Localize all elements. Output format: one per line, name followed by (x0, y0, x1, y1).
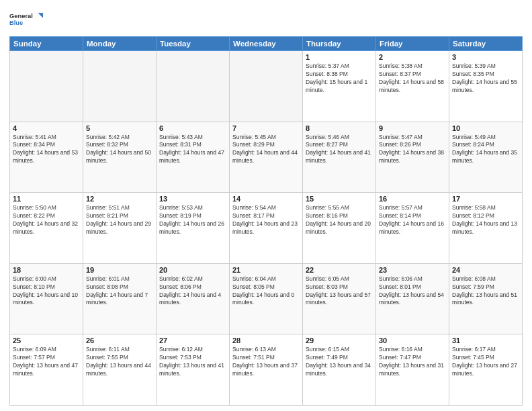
day-cell-18: 18 Sunrise: 6:00 AM Sunset: 8:10 PM Dayl… (10, 263, 83, 334)
day-info: Sunrise: 6:01 AM Sunset: 8:08 PM Dayligh… (86, 275, 153, 308)
page: General Blue SundayMondayTuesdayWednesda… (0, 0, 532, 411)
day-number: 10 (452, 124, 519, 132)
day-cell-4: 4 Sunrise: 5:41 AM Sunset: 8:34 PM Dayli… (10, 122, 83, 193)
day-info: Sunrise: 5:37 AM Sunset: 8:38 PM Dayligh… (306, 62, 373, 95)
day-cell-empty-0-3 (230, 51, 303, 122)
day-info: Sunrise: 6:09 AM Sunset: 7:57 PM Dayligh… (13, 346, 80, 378)
day-number: 14 (232, 195, 300, 203)
day-info: Sunrise: 5:45 AM Sunset: 8:29 PM Dayligh… (232, 134, 300, 166)
day-info: Sunrise: 5:53 AM Sunset: 8:19 PM Dayligh… (159, 204, 226, 236)
day-info: Sunrise: 6:05 AM Sunset: 8:03 PM Dayligh… (306, 275, 373, 308)
day-info: Sunrise: 6:02 AM Sunset: 8:06 PM Dayligh… (159, 275, 226, 308)
day-info: Sunrise: 6:00 AM Sunset: 8:10 PM Dayligh… (13, 275, 80, 308)
header: General Blue (9, 7, 523, 31)
day-info: Sunrise: 5:55 AM Sunset: 8:16 PM Dayligh… (306, 204, 373, 236)
day-number: 1 (306, 53, 373, 61)
day-cell-13: 13 Sunrise: 5:53 AM Sunset: 8:19 PM Dayl… (157, 193, 230, 264)
day-number: 16 (379, 195, 446, 203)
day-cell-6: 6 Sunrise: 5:43 AM Sunset: 8:31 PM Dayli… (157, 122, 230, 193)
day-number: 30 (379, 336, 446, 345)
day-number: 15 (306, 195, 373, 203)
day-number: 3 (452, 53, 519, 61)
day-info: Sunrise: 6:04 AM Sunset: 8:05 PM Dayligh… (232, 275, 300, 308)
day-number: 11 (13, 195, 80, 203)
day-number: 9 (379, 124, 446, 132)
day-number: 23 (379, 266, 446, 274)
day-cell-19: 19 Sunrise: 6:01 AM Sunset: 8:08 PM Dayl… (83, 263, 157, 334)
day-cell-7: 7 Sunrise: 5:45 AM Sunset: 8:29 PM Dayli… (230, 122, 303, 193)
calendar-table: SundayMondayTuesdayWednesdayThursdayFrid… (9, 36, 523, 406)
svg-text:Blue: Blue (9, 19, 23, 26)
day-number: 18 (13, 266, 80, 274)
day-number: 20 (159, 266, 226, 274)
day-info: Sunrise: 5:51 AM Sunset: 8:21 PM Dayligh… (86, 204, 153, 236)
col-header-sunday: Sunday (10, 37, 83, 51)
day-number: 25 (13, 336, 80, 345)
day-cell-27: 27 Sunrise: 6:12 AM Sunset: 7:53 PM Dayl… (157, 334, 230, 406)
day-number: 7 (232, 124, 300, 132)
day-number: 31 (452, 336, 519, 345)
svg-marker-2 (38, 13, 44, 18)
day-cell-22: 22 Sunrise: 6:05 AM Sunset: 8:03 PM Dayl… (303, 263, 376, 334)
day-number: 2 (379, 53, 446, 61)
day-cell-28: 28 Sunrise: 6:13 AM Sunset: 7:51 PM Dayl… (230, 334, 303, 406)
day-info: Sunrise: 5:39 AM Sunset: 8:35 PM Dayligh… (452, 62, 519, 95)
day-cell-26: 26 Sunrise: 6:11 AM Sunset: 7:55 PM Dayl… (83, 334, 157, 406)
col-header-wednesday: Wednesday (230, 37, 303, 51)
day-cell-8: 8 Sunrise: 5:46 AM Sunset: 8:27 PM Dayli… (303, 122, 376, 193)
col-header-monday: Monday (83, 37, 157, 51)
day-cell-20: 20 Sunrise: 6:02 AM Sunset: 8:06 PM Dayl… (157, 263, 230, 334)
day-info: Sunrise: 5:50 AM Sunset: 8:22 PM Dayligh… (13, 204, 80, 236)
day-number: 5 (86, 124, 153, 132)
day-number: 8 (306, 124, 373, 132)
day-number: 28 (232, 336, 300, 345)
day-number: 17 (452, 195, 519, 203)
day-cell-1: 1 Sunrise: 5:37 AM Sunset: 8:38 PM Dayli… (303, 51, 376, 122)
week-row-2: 4 Sunrise: 5:41 AM Sunset: 8:34 PM Dayli… (10, 122, 523, 193)
day-number: 26 (86, 336, 153, 345)
day-cell-23: 23 Sunrise: 6:06 AM Sunset: 8:01 PM Dayl… (376, 263, 449, 334)
day-info: Sunrise: 5:57 AM Sunset: 8:14 PM Dayligh… (379, 204, 446, 236)
day-info: Sunrise: 6:06 AM Sunset: 8:01 PM Dayligh… (379, 275, 446, 308)
day-cell-5: 5 Sunrise: 5:42 AM Sunset: 8:32 PM Dayli… (83, 122, 157, 193)
day-info: Sunrise: 6:16 AM Sunset: 7:47 PM Dayligh… (379, 346, 446, 378)
day-number: 27 (159, 336, 226, 345)
day-number: 6 (159, 124, 226, 132)
day-cell-2: 2 Sunrise: 5:38 AM Sunset: 8:37 PM Dayli… (376, 51, 449, 122)
col-header-thursday: Thursday (303, 37, 376, 51)
day-cell-30: 30 Sunrise: 6:16 AM Sunset: 7:47 PM Dayl… (376, 334, 449, 406)
day-cell-15: 15 Sunrise: 5:55 AM Sunset: 8:16 PM Dayl… (303, 193, 376, 264)
day-cell-17: 17 Sunrise: 5:58 AM Sunset: 8:12 PM Dayl… (449, 193, 523, 264)
col-header-friday: Friday (376, 37, 449, 51)
day-info: Sunrise: 6:12 AM Sunset: 7:53 PM Dayligh… (159, 346, 226, 378)
logo-svg: General Blue (9, 7, 43, 31)
day-info: Sunrise: 6:15 AM Sunset: 7:49 PM Dayligh… (306, 346, 373, 378)
week-row-5: 25 Sunrise: 6:09 AM Sunset: 7:57 PM Dayl… (10, 334, 523, 406)
day-info: Sunrise: 5:46 AM Sunset: 8:27 PM Dayligh… (306, 134, 373, 166)
day-cell-empty-0-2 (157, 51, 230, 122)
day-cell-31: 31 Sunrise: 6:17 AM Sunset: 7:45 PM Dayl… (449, 334, 523, 406)
day-info: Sunrise: 5:58 AM Sunset: 8:12 PM Dayligh… (452, 204, 519, 236)
day-cell-29: 29 Sunrise: 6:15 AM Sunset: 7:49 PM Dayl… (303, 334, 376, 406)
day-info: Sunrise: 5:42 AM Sunset: 8:32 PM Dayligh… (86, 134, 153, 166)
day-info: Sunrise: 6:17 AM Sunset: 7:45 PM Dayligh… (452, 346, 519, 378)
day-number: 13 (159, 195, 226, 203)
day-cell-21: 21 Sunrise: 6:04 AM Sunset: 8:05 PM Dayl… (230, 263, 303, 334)
day-number: 24 (452, 266, 519, 274)
day-info: Sunrise: 5:47 AM Sunset: 8:26 PM Dayligh… (379, 134, 446, 166)
day-number: 12 (86, 195, 153, 203)
col-header-saturday: Saturday (449, 37, 523, 51)
day-info: Sunrise: 5:43 AM Sunset: 8:31 PM Dayligh… (159, 134, 226, 166)
calendar-header-row: SundayMondayTuesdayWednesdayThursdayFrid… (10, 37, 523, 51)
svg-text:General: General (9, 13, 33, 19)
day-cell-9: 9 Sunrise: 5:47 AM Sunset: 8:26 PM Dayli… (376, 122, 449, 193)
day-info: Sunrise: 5:41 AM Sunset: 8:34 PM Dayligh… (13, 134, 80, 166)
day-info: Sunrise: 5:38 AM Sunset: 8:37 PM Dayligh… (379, 62, 446, 95)
day-cell-16: 16 Sunrise: 5:57 AM Sunset: 8:14 PM Dayl… (376, 193, 449, 264)
day-cell-11: 11 Sunrise: 5:50 AM Sunset: 8:22 PM Dayl… (10, 193, 83, 264)
day-cell-14: 14 Sunrise: 5:54 AM Sunset: 8:17 PM Dayl… (230, 193, 303, 264)
day-number: 4 (13, 124, 80, 132)
day-number: 22 (306, 266, 373, 274)
day-info: Sunrise: 6:13 AM Sunset: 7:51 PM Dayligh… (232, 346, 300, 378)
day-cell-empty-0-1 (83, 51, 157, 122)
